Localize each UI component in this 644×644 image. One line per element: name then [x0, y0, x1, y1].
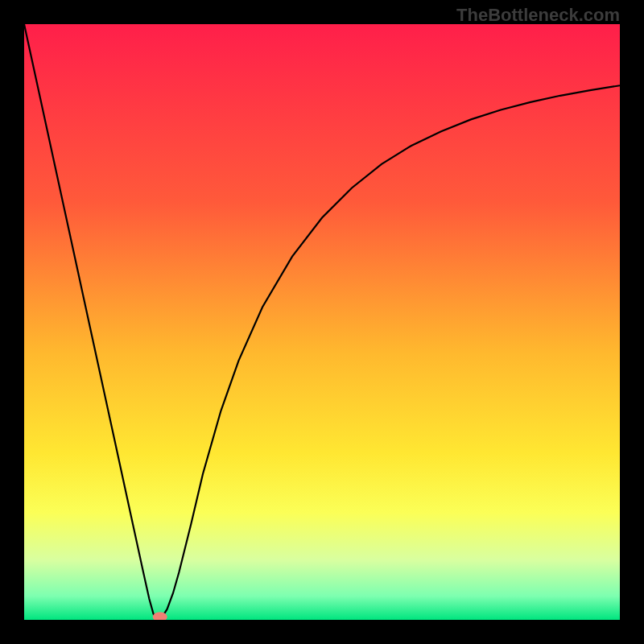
- gradient-background: [24, 24, 620, 620]
- plot-area: [24, 24, 620, 620]
- chart-svg: [24, 24, 620, 620]
- chart-container: TheBottleneck.com: [0, 0, 644, 644]
- watermark-text: TheBottleneck.com: [456, 5, 620, 26]
